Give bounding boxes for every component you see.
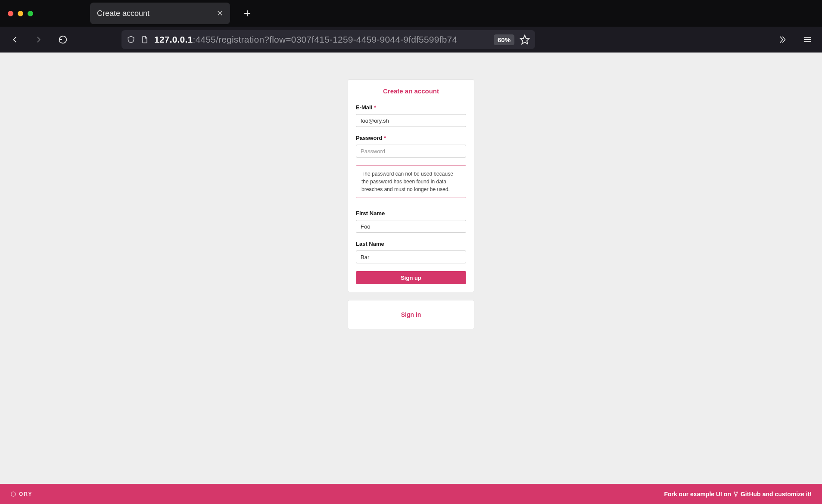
svg-point-4: [11, 492, 16, 496]
new-tab-button[interactable]: +: [242, 6, 252, 20]
back-button[interactable]: [6, 31, 23, 48]
overflow-chevrons-icon[interactable]: [774, 31, 791, 48]
first-name-input[interactable]: [356, 220, 466, 233]
page-viewport: Create an account E-Mail * Password * Th…: [0, 53, 822, 504]
svg-point-5: [734, 492, 735, 492]
fork-github-text: Fork our example UI on GitHub and custom…: [664, 491, 812, 498]
address-bar[interactable]: 127.0.0.1:4455/registration?flow=0307f41…: [121, 30, 535, 49]
email-label: E-Mail *: [356, 104, 466, 111]
ory-logo-icon: [10, 491, 16, 497]
password-input[interactable]: [356, 145, 466, 158]
bookmark-star-icon[interactable]: [520, 34, 530, 45]
signin-link[interactable]: Sign in: [401, 311, 421, 318]
close-tab-icon[interactable]: ✕: [217, 9, 223, 18]
zoom-level-badge[interactable]: 60%: [494, 34, 514, 45]
registration-card: Create an account E-Mail * Password * Th…: [348, 79, 474, 292]
password-error-message: The password can not be used because the…: [356, 165, 466, 198]
password-label: Password *: [356, 135, 466, 141]
ory-logo: ORY: [10, 491, 33, 497]
window-titlebar: Create account ✕ +: [0, 0, 822, 27]
first-name-field-group: First Name: [356, 210, 466, 233]
last-name-field-group: Last Name: [356, 241, 466, 263]
hamburger-menu-icon[interactable]: [799, 31, 816, 48]
svg-point-7: [735, 495, 736, 496]
url-text: 127.0.0.1:4455/registration?flow=0307f41…: [154, 34, 457, 45]
tab-title: Create account: [97, 9, 149, 18]
minimize-window-button[interactable]: [18, 11, 23, 16]
browser-toolbar: 127.0.0.1:4455/registration?flow=0307f41…: [0, 27, 822, 53]
browser-tab[interactable]: Create account ✕: [90, 3, 230, 24]
close-window-button[interactable]: [8, 11, 13, 16]
first-name-label: First Name: [356, 210, 466, 216]
reload-button[interactable]: [54, 31, 72, 48]
signup-button[interactable]: Sign up: [356, 271, 466, 284]
card-title: Create an account: [356, 87, 466, 95]
github-link[interactable]: GitHub: [741, 491, 761, 498]
svg-marker-0: [520, 35, 529, 44]
password-field-group: Password *: [356, 135, 466, 158]
footer-banner: ORY Fork our example UI on GitHub and cu…: [0, 484, 822, 504]
maximize-window-button[interactable]: [28, 11, 33, 16]
email-input[interactable]: [356, 114, 466, 127]
git-fork-icon: [733, 491, 739, 497]
window-controls: [5, 11, 33, 16]
forward-button[interactable]: [30, 31, 47, 48]
signin-card: Sign in: [348, 300, 474, 329]
svg-point-6: [737, 492, 738, 492]
document-icon: [140, 35, 149, 44]
url-host: 127.0.0.1: [154, 34, 193, 44]
last-name-input[interactable]: [356, 250, 466, 263]
email-field-group: E-Mail *: [356, 104, 466, 127]
shield-icon: [127, 35, 135, 44]
url-path: :4455/registration?flow=0307f415-1259-44…: [193, 34, 457, 44]
last-name-label: Last Name: [356, 241, 466, 247]
